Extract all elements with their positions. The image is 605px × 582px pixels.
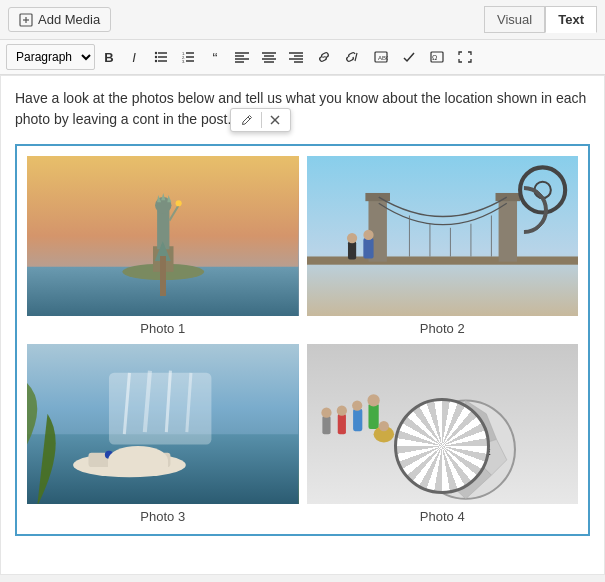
insert-group: ABC	[368, 44, 394, 70]
align-right-icon	[289, 51, 303, 63]
ol-icon: 1.2.3.	[181, 51, 195, 63]
align-group	[229, 44, 309, 70]
insert-btn[interactable]: ABC	[368, 44, 394, 70]
svg-rect-86	[368, 404, 378, 430]
top-bar: Add Media Visual Text	[0, 0, 605, 40]
gallery-item-2: Photo 2	[307, 156, 579, 336]
intro-text: Have a look at the photos below and tell…	[15, 88, 590, 130]
ul-btn[interactable]	[148, 44, 174, 70]
svg-rect-65	[27, 434, 299, 504]
gallery-item-1: Photo 1	[27, 156, 299, 336]
editor-wrapper: Add Media Visual Text Paragraph B I 1.2.…	[0, 0, 605, 575]
add-media-icon	[19, 13, 33, 27]
fullscreen-btn[interactable]	[452, 44, 478, 70]
ul-icon	[154, 51, 168, 63]
svg-rect-37	[27, 267, 299, 316]
photo-box-2[interactable]	[307, 156, 579, 316]
close-icon	[270, 115, 280, 125]
ol-btn[interactable]: 1.2.3.	[175, 44, 201, 70]
bold-btn[interactable]: B	[97, 44, 121, 70]
special-char-btn[interactable]: Ω	[424, 44, 450, 70]
svg-text:3.: 3.	[182, 59, 185, 63]
align-center-btn[interactable]	[256, 44, 282, 70]
inline-close-btn[interactable]	[266, 113, 284, 127]
align-center-icon	[262, 51, 276, 63]
svg-rect-51	[498, 195, 516, 262]
svg-rect-40	[157, 210, 169, 249]
svg-point-89	[378, 421, 388, 431]
popup-divider	[261, 112, 262, 128]
format-group: Paragraph	[6, 44, 95, 70]
unlink-btn[interactable]	[338, 44, 366, 70]
text-format-group: B I	[97, 44, 146, 70]
photo-1-illustration	[27, 156, 299, 316]
special-char-icon: Ω	[430, 51, 444, 63]
svg-rect-77	[307, 344, 579, 504]
svg-rect-84	[322, 416, 330, 434]
svg-point-38	[122, 264, 204, 280]
svg-point-7	[155, 56, 157, 58]
link-icon	[317, 51, 331, 63]
svg-rect-58	[347, 241, 355, 259]
photo-box-3[interactable]	[27, 344, 299, 504]
inline-edit-popup	[230, 108, 291, 132]
tab-text[interactable]: Text	[545, 6, 597, 33]
align-right-btn[interactable]	[283, 44, 309, 70]
svg-line-33	[248, 117, 250, 119]
svg-point-76	[151, 451, 159, 459]
svg-rect-39	[153, 246, 173, 272]
photo-caption-3: Photo 3	[140, 509, 185, 524]
content-area[interactable]: Have a look at the photos below and tell…	[0, 75, 605, 575]
svg-point-46	[176, 200, 182, 206]
proofread-btn[interactable]	[396, 44, 422, 70]
svg-point-85	[321, 408, 331, 418]
svg-rect-72	[88, 453, 170, 467]
svg-line-28	[355, 53, 357, 61]
special-char-group: Ω	[424, 44, 450, 70]
photo-box-4[interactable]: IMAGINE	[307, 344, 579, 504]
svg-rect-50	[365, 193, 390, 201]
proofread-icon	[402, 51, 416, 63]
photo-caption-4: Photo 4	[420, 509, 465, 524]
svg-rect-52	[495, 193, 520, 201]
photo-3-illustration	[27, 344, 299, 504]
photo-caption-2: Photo 2	[420, 321, 465, 336]
tab-visual[interactable]: Visual	[484, 6, 545, 33]
add-media-button[interactable]: Add Media	[8, 7, 111, 32]
svg-rect-60	[363, 238, 373, 258]
align-left-btn[interactable]	[229, 44, 255, 70]
svg-rect-48	[307, 256, 579, 264]
unlink-icon	[344, 51, 360, 63]
photo-4-illustration: IMAGINE	[307, 344, 579, 504]
inline-edit-btn[interactable]	[237, 112, 257, 128]
svg-point-87	[367, 394, 379, 406]
gallery-item-4: IMAGINE	[307, 344, 579, 524]
format-select[interactable]: Paragraph	[6, 44, 95, 70]
svg-point-81	[336, 406, 346, 416]
svg-rect-80	[337, 414, 345, 434]
italic-btn[interactable]: I	[122, 44, 146, 70]
svg-line-27	[323, 57, 326, 58]
gallery-container: Photo 1	[15, 144, 590, 536]
svg-rect-82	[353, 409, 362, 432]
link-btn[interactable]	[311, 44, 337, 70]
blockquote-btn[interactable]: “	[203, 44, 227, 70]
gallery-grid: Photo 1	[27, 156, 578, 524]
svg-point-83	[352, 400, 362, 410]
svg-point-75	[136, 451, 144, 459]
fullscreen-group	[452, 44, 478, 70]
svg-point-73	[105, 451, 113, 459]
toolbar: Paragraph B I 1.2.3. “	[0, 40, 605, 75]
proofread-group	[396, 44, 422, 70]
insert-icon: ABC	[374, 51, 388, 63]
align-left-icon	[235, 51, 249, 63]
photo-caption-1: Photo 1	[140, 321, 185, 336]
svg-point-59	[346, 233, 356, 243]
list-group: 1.2.3.	[148, 44, 201, 70]
svg-point-61	[363, 230, 373, 240]
photo-box-1[interactable]	[27, 156, 299, 316]
fullscreen-icon	[458, 51, 472, 63]
link-group	[311, 44, 366, 70]
block-group: “	[203, 44, 227, 70]
svg-point-8	[155, 60, 157, 62]
